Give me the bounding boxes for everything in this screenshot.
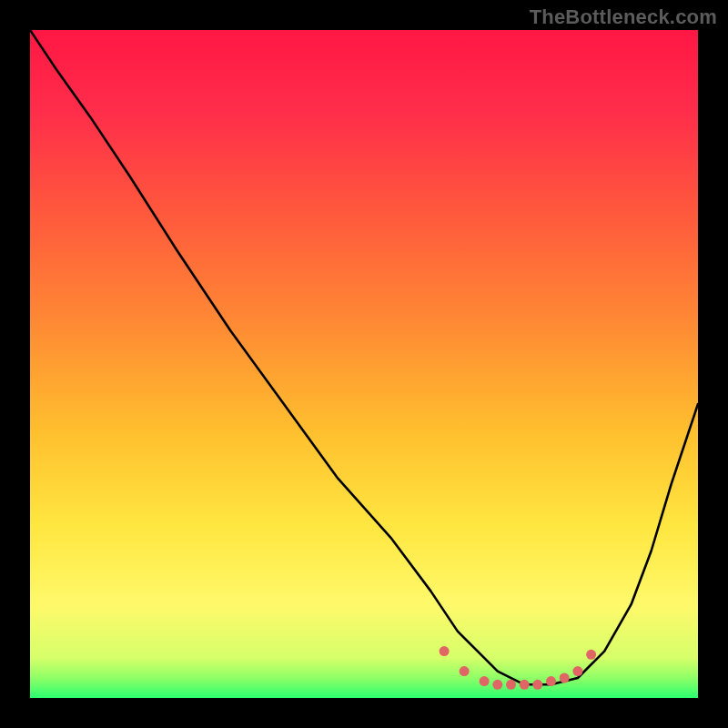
highlight-dot [460, 666, 470, 676]
highlight-dot [440, 646, 450, 656]
highlight-dot [532, 680, 542, 690]
highlight-dot [546, 676, 556, 686]
highlight-dot [520, 680, 530, 690]
highlight-dot [572, 666, 582, 676]
highlight-dot [492, 680, 502, 690]
watermark: TheBottleneck.com [530, 5, 717, 29]
chart-svg [30, 30, 698, 698]
highlight-dot [480, 676, 490, 686]
highlight-dot [586, 650, 596, 660]
chart-plot-area [30, 30, 698, 698]
gradient-background [30, 30, 698, 698]
highlight-dot [506, 680, 516, 690]
highlight-dot [560, 673, 570, 683]
